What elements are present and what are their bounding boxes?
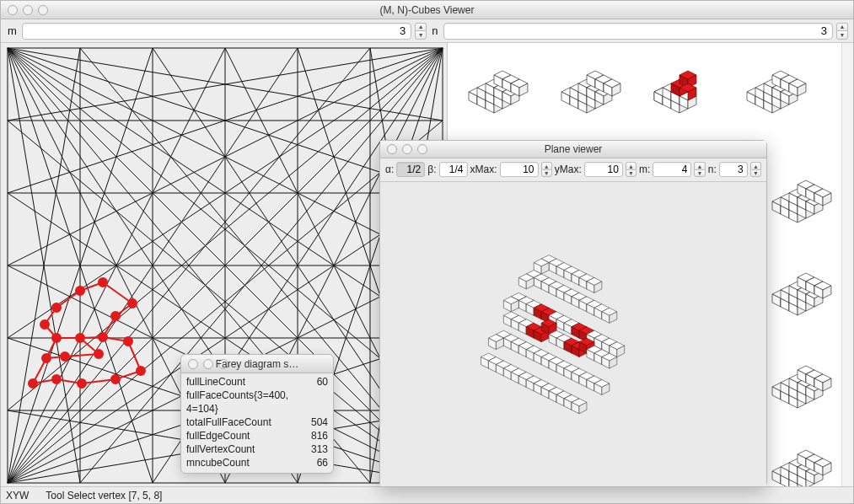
popup-titlebar[interactable]: Farey diagram s… xyxy=(181,355,333,373)
svg-line-76 xyxy=(80,337,103,338)
m-label: m xyxy=(6,24,19,37)
plane-canvas[interactable] xyxy=(380,182,766,486)
chevron-up-icon[interactable]: ▲ xyxy=(541,162,552,169)
plane-titlebar[interactable]: Plane viewer xyxy=(380,141,766,158)
chevron-up-icon[interactable]: ▲ xyxy=(626,162,636,169)
plane-n-stepper[interactable]: ▲ ▼ xyxy=(750,162,761,177)
svg-line-86 xyxy=(128,341,141,371)
svg-line-72 xyxy=(56,291,80,308)
cube-thumb[interactable] xyxy=(772,273,831,315)
gallery-scrollbar[interactable] xyxy=(841,43,853,486)
svg-line-78 xyxy=(115,303,132,316)
m-input[interactable] xyxy=(22,23,411,40)
svg-line-88 xyxy=(65,354,99,357)
stat-row: fullEdgeCount816 xyxy=(186,429,328,442)
xmax-label: xMax: xyxy=(470,164,497,175)
plane-m-input[interactable] xyxy=(653,162,691,177)
chevron-up-icon[interactable]: ▲ xyxy=(694,162,705,169)
svg-line-84 xyxy=(82,379,115,383)
svg-line-80 xyxy=(46,338,56,358)
main-toolbar: m ▲ ▼ n ▲ ▼ xyxy=(1,19,853,43)
cube-thumb[interactable] xyxy=(772,366,831,408)
chevron-down-icon[interactable]: ▼ xyxy=(415,30,427,40)
close-icon[interactable] xyxy=(387,144,397,154)
main-title: (M, N)-Cubes Viewer xyxy=(1,4,853,16)
alpha-input[interactable] xyxy=(396,162,425,177)
beta-input[interactable] xyxy=(439,162,468,177)
minimize-icon[interactable] xyxy=(23,5,33,15)
cube-thumb[interactable] xyxy=(772,180,831,223)
minimize-icon[interactable] xyxy=(203,359,213,369)
stat-val: 60 xyxy=(317,375,328,389)
n-label: n: xyxy=(708,164,717,175)
chevron-up-icon[interactable]: ▲ xyxy=(836,23,848,31)
stat-row: fullVertexCount313 xyxy=(186,442,328,456)
chevron-down-icon[interactable]: ▼ xyxy=(750,169,761,178)
svg-line-73 xyxy=(45,308,56,324)
m-label: m: xyxy=(639,164,650,175)
status-bar: XYW Tool Select vertex [7, 5, 8] xyxy=(1,486,853,503)
chevron-down-icon[interactable]: ▼ xyxy=(541,169,552,178)
alpha-label: α: xyxy=(385,164,394,175)
cube-thumb[interactable] xyxy=(747,71,806,113)
cube-thumb[interactable] xyxy=(772,450,831,486)
zoom-icon[interactable] xyxy=(417,144,427,154)
main-titlebar: (M, N)-Cubes Viewer xyxy=(1,1,853,19)
ymax-label: yMax: xyxy=(555,164,582,175)
stat-row: mncubeCount66 xyxy=(186,456,328,469)
stat-key: fullVertexCount xyxy=(186,442,255,456)
minimize-icon[interactable] xyxy=(402,144,412,154)
cube-thumb[interactable] xyxy=(561,71,620,113)
plane-toolbar: α: β: xMax: ▲ ▼ yMax: ▲ ▼ m: ▲ ▼ n: ▲ ▼ xyxy=(380,158,766,181)
close-icon[interactable] xyxy=(8,5,18,15)
ymax-stepper[interactable]: ▲ ▼ xyxy=(626,162,636,177)
chevron-down-icon[interactable]: ▼ xyxy=(836,30,848,40)
svg-line-77 xyxy=(103,316,115,337)
stat-key: totalFullFaceCount xyxy=(186,416,271,429)
stat-key: fullEdgeCount xyxy=(186,429,250,442)
zoom-icon[interactable] xyxy=(218,359,228,369)
status-tool: Tool Select vertex [7, 5, 8] xyxy=(46,490,162,501)
svg-line-90 xyxy=(80,338,99,354)
beta-label: β: xyxy=(427,164,436,175)
stat-val: 816 xyxy=(311,429,328,442)
svg-line-71 xyxy=(80,282,103,291)
traffic-lights xyxy=(1,5,48,15)
stat-key: fullLineCount xyxy=(186,375,245,389)
stat-row: totalFullFaceCount504 xyxy=(186,416,328,429)
status-mode: XYW xyxy=(6,490,29,501)
stat-row: fullFaceCounts{3=400, 4=104} xyxy=(186,389,328,416)
svg-line-79 xyxy=(103,282,132,303)
n-label: n xyxy=(430,24,439,37)
stat-row: fullLineCount60 xyxy=(186,375,328,389)
plane-render xyxy=(380,182,766,486)
ymax-input[interactable] xyxy=(584,162,623,177)
stat-val: 313 xyxy=(311,442,328,456)
n-stepper[interactable]: ▲ ▼ xyxy=(836,23,848,40)
plane-viewer-title: Plane viewer xyxy=(380,143,766,155)
zoom-icon[interactable] xyxy=(38,5,48,15)
stat-key: mncubeCount xyxy=(186,456,250,469)
xmax-stepper[interactable]: ▲ ▼ xyxy=(541,162,552,177)
plane-viewer-window: Plane viewer α: β: xMax: ▲ ▼ yMax: ▲ ▼ m… xyxy=(379,140,767,487)
close-icon[interactable] xyxy=(188,359,198,369)
stat-val: 66 xyxy=(317,456,328,469)
stat-val: 504 xyxy=(311,416,328,429)
farey-stats-body: fullLineCount60 fullFaceCounts{3=400, 4=… xyxy=(181,373,333,473)
cube-thumb-selected[interactable] xyxy=(654,71,696,113)
chevron-down-icon[interactable]: ▼ xyxy=(626,169,636,178)
cube-thumb[interactable] xyxy=(469,71,528,113)
chevron-down-icon[interactable]: ▼ xyxy=(694,169,705,178)
xmax-input[interactable] xyxy=(500,162,539,177)
stat-key: fullFaceCounts{3=400, 4=104} xyxy=(186,389,320,416)
chevron-up-icon[interactable]: ▲ xyxy=(415,23,427,31)
plane-m-stepper[interactable]: ▲ ▼ xyxy=(694,162,705,177)
n-input[interactable] xyxy=(443,23,833,40)
plane-n-input[interactable] xyxy=(719,162,748,177)
farey-stats-popup: Farey diagram s… fullLineCount60 fullFac… xyxy=(180,354,334,474)
chevron-up-icon[interactable]: ▲ xyxy=(750,162,761,169)
m-stepper[interactable]: ▲ ▼ xyxy=(415,23,427,40)
